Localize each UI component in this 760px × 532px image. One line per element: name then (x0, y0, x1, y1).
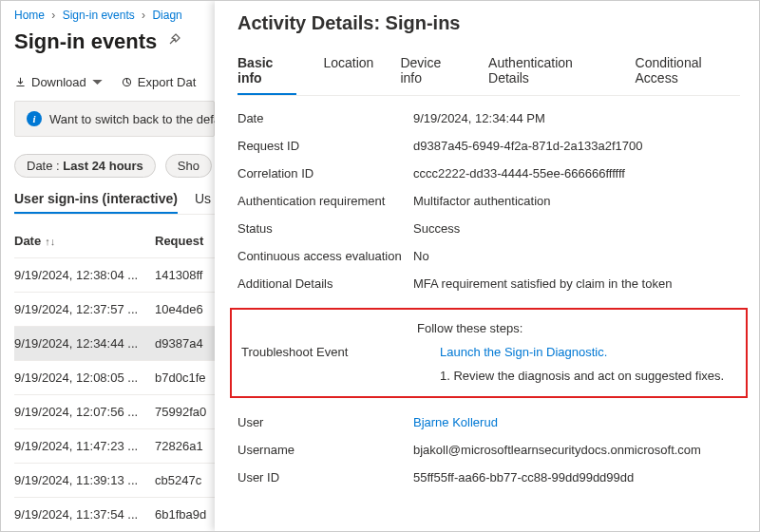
details-panel: Activity Details: Sign-ins Basic info Lo… (215, 1, 759, 531)
field-corrid-val: cccc2222-dd33-4444-55ee-666666ffffff (413, 166, 740, 180)
tab-auth-details[interactable]: Authentication Details (488, 55, 608, 95)
info-icon: i (27, 111, 42, 126)
field-username-val: bjakoll@microsoftlearnsecuritydocs.onmic… (413, 443, 740, 457)
notice-text: Want to switch back to the defa (49, 112, 215, 126)
tab-device-info[interactable]: Device info (400, 55, 462, 95)
field-user-key: User (238, 415, 413, 429)
export-label: Export Dat (138, 75, 196, 89)
breadcrumb-diag[interactable]: Diagn (152, 9, 181, 22)
field-reqid-val: d9387a45-6949-4f2a-871d-2a133a2f1700 (413, 139, 740, 153)
table-row[interactable]: 9/19/2024, 12:37:57 ...10e4de6 (14, 293, 215, 327)
pin-icon[interactable] (166, 32, 181, 51)
field-userid-val: 55ff55ff-aa66-bb77-cc88-99dd99dd99dd (413, 470, 740, 484)
export-button[interactable]: Export Dat (121, 75, 196, 89)
tab-basic-info[interactable]: Basic info (238, 55, 296, 95)
field-additional-key: Additional Details (238, 276, 413, 291)
table-row[interactable]: 9/19/2024, 12:38:04 ...141308ff (14, 258, 215, 293)
breadcrumb-home[interactable]: Home (14, 9, 45, 22)
table-row[interactable]: 9/19/2024, 12:07:56 ...75992fa0 (14, 395, 215, 429)
field-troubleshoot-key: Troubleshoot Event (241, 345, 417, 359)
details-title: Activity Details: Sign-ins (238, 12, 740, 34)
field-authreq-val: Multifactor authentication (413, 194, 740, 208)
field-date-key: Date (238, 111, 413, 125)
user-link[interactable]: Bjarne Kollerud (413, 415, 498, 429)
table-row[interactable]: 9/19/2024, 11:39:13 ...cb5247c (14, 464, 215, 498)
field-username-key: Username (238, 443, 413, 457)
chevron-down-icon (91, 76, 104, 88)
chevron-right-icon: › (51, 9, 55, 22)
field-cae-key: Continuous access evaluation (238, 249, 413, 263)
table-row[interactable]: 9/19/2024, 11:37:54 ...6b1fba9d (14, 498, 215, 531)
download-button[interactable]: Download (14, 75, 104, 89)
tab-other[interactable]: Us (195, 191, 211, 214)
page-title: Sign-in events (14, 29, 157, 54)
field-cae-val: No (413, 249, 740, 263)
troubleshoot-highlight: Troubleshoot Event Follow these steps: L… (230, 308, 748, 398)
filter-date-value: Last 24 hours (63, 159, 143, 173)
field-corrid-key: Correlation ID (238, 166, 413, 180)
col-header-request[interactable]: Request (155, 234, 215, 248)
table-row[interactable]: 9/19/2024, 11:47:23 ...72826a1 (14, 429, 215, 464)
table-row[interactable]: 9/19/2024, 12:08:05 ...b7d0c1fe (14, 361, 215, 395)
field-status-key: Status (238, 221, 413, 236)
command-bar: Download Export Dat (14, 75, 215, 89)
filter-show-label: Sho (178, 159, 200, 173)
tab-user-signins-interactive[interactable]: User sign-ins (interactive) (14, 191, 178, 214)
filter-date-pill[interactable]: Date : Last 24 hours (14, 154, 156, 178)
field-additional-val: MFA requirement satisfied by claim in th… (413, 276, 740, 291)
field-status-val: Success (413, 221, 740, 236)
breadcrumb: Home › Sign-in events › Diagn (14, 9, 215, 22)
filter-show-pill[interactable]: Sho (165, 154, 212, 178)
details-tabs: Basic info Location Device info Authenti… (238, 55, 740, 96)
field-reqid-key: Request ID (238, 139, 413, 153)
field-authreq-key: Authentication requirement (238, 194, 413, 208)
breadcrumb-signin[interactable]: Sign-in events (63, 9, 135, 22)
launch-diagnostic-link[interactable]: Launch the Sign-in Diagnostic. (440, 345, 607, 359)
sort-icon: ↑↓ (45, 236, 55, 247)
field-userid-key: User ID (238, 470, 413, 484)
left-tabs: User sign-ins (interactive) Us (14, 191, 215, 215)
signin-table: Date↑↓ Request 9/19/2024, 12:38:04 ...14… (14, 224, 215, 531)
tab-location[interactable]: Location (323, 55, 373, 95)
troubleshoot-step-1: 1. Review the diagnosis and act on sugge… (417, 369, 736, 383)
download-label: Download (31, 75, 86, 89)
col-header-date[interactable]: Date↑↓ (14, 234, 155, 248)
troubleshoot-intro: Follow these steps: (417, 321, 736, 335)
field-date-val: 9/19/2024, 12:34:44 PM (413, 111, 740, 125)
notice-banner: i Want to switch back to the defa (14, 101, 215, 137)
tab-conditional-access[interactable]: Conditional Access (636, 55, 740, 95)
chevron-right-icon: › (142, 9, 145, 22)
filter-date-label: Date : (27, 159, 63, 173)
table-row[interactable]: 9/19/2024, 12:34:44 ...d9387a4 (14, 327, 215, 361)
